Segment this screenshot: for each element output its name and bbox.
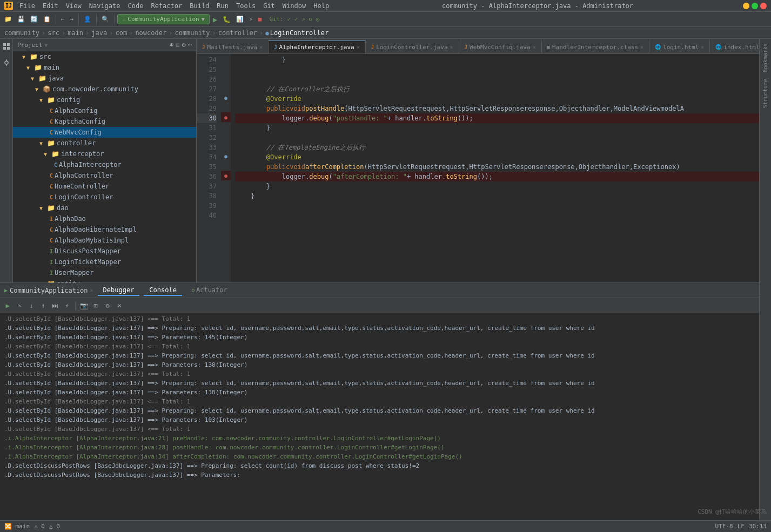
tree-item-homecontroller[interactable]: C HomeController (13, 181, 196, 192)
menu-run[interactable]: Run (213, 1, 232, 11)
coverage-btn[interactable]: 📊 (234, 15, 246, 24)
tab-close-webmvcconfig[interactable]: × (533, 44, 536, 50)
breadcrumb-logincontroller[interactable]: ●LoginController (265, 29, 328, 37)
tree-item-java[interactable]: ▼ 📁 java (13, 73, 196, 84)
breadcrumb-java[interactable]: java (91, 29, 107, 37)
menu-code[interactable]: Code (125, 1, 147, 11)
debug-tab-actuator[interactable]: ⚙Actuator (186, 285, 233, 296)
tab-logincontroller[interactable]: J LoginController.java × (366, 41, 459, 53)
tree-item-usermapper[interactable]: I UserMapper (13, 267, 196, 278)
menu-refactor[interactable]: Refactor (148, 1, 185, 11)
menu-edit[interactable]: Edit (39, 1, 62, 11)
menu-navigate[interactable]: Navigate (86, 1, 124, 11)
breadcrumb-src[interactable]: src (48, 29, 59, 37)
tree-item-config[interactable]: ▼ 📁 config (13, 95, 196, 105)
tab-close-logincontroller[interactable]: × (450, 44, 453, 50)
debug-tab-console[interactable]: Console (144, 285, 182, 296)
debug-btn-run-cursor[interactable]: ⏭ (50, 300, 61, 311)
tree-item-alphadao[interactable]: I AlphaDao (13, 213, 196, 224)
debug-btn-close[interactable]: × (114, 300, 125, 311)
breadcrumb-nowcoder[interactable]: nowcoder (135, 29, 166, 37)
status-git[interactable]: 🔀 main (4, 523, 30, 530)
tab-close-loginhtml[interactable]: × (701, 44, 704, 50)
menu-view[interactable]: View (63, 1, 85, 11)
tree-item-alphadaomybatis[interactable]: C AlphaDaoMybatisImpl (13, 235, 196, 246)
tab-webmvcconfig[interactable]: J WebMvcConfig.java × (459, 41, 542, 53)
status-line-ending[interactable]: LF (738, 523, 745, 530)
tree-item-entity[interactable]: ▶ 📁 entity (13, 278, 196, 282)
sidebar-commit-icon[interactable] (1, 57, 12, 68)
project-collapse-icon[interactable]: ≡ (176, 41, 179, 49)
tab-handlerinterceptor[interactable]: ⊞ HandlerInterceptor.class × (542, 41, 649, 53)
stop-btn[interactable]: ■ (256, 15, 264, 24)
debug-tab-debugger[interactable]: Debugger (98, 285, 140, 296)
tab-close-handlerinterceptor[interactable]: × (640, 44, 643, 50)
gutter-36[interactable]: ● (221, 171, 231, 180)
debug-btn-step-over[interactable]: ↷ (14, 300, 25, 311)
tree-item-alphaconfig[interactable]: C AlphaConfig (13, 105, 196, 116)
toolbar-save[interactable]: 💾 (15, 15, 27, 24)
menu-file[interactable]: File (16, 1, 38, 11)
debug-btn-camera[interactable]: 📷 (78, 300, 89, 311)
tab-loginhtml[interactable]: 🌐 login.html × (649, 41, 710, 53)
status-warnings[interactable]: △ 0 (49, 523, 60, 530)
tree-item-main[interactable]: ▼ 📁 main (13, 62, 196, 73)
sidebar-project-icon[interactable] (1, 41, 12, 52)
project-locate-icon[interactable]: ⊕ (170, 41, 173, 49)
run-configuration[interactable]: ☕ CommunityApplication ▼ (117, 14, 210, 24)
minimize-btn[interactable] (743, 3, 749, 9)
toolbar-search[interactable]: 🔍 (99, 15, 111, 24)
tab-mailtests[interactable]: J MailTests.java × (197, 41, 269, 53)
breadcrumb-controller[interactable]: controller (218, 29, 257, 37)
tree-item-src[interactable]: ▼ 📁 src (13, 51, 196, 62)
breadcrumb-com[interactable]: com (115, 29, 127, 37)
breadcrumb-community2[interactable]: community (175, 29, 210, 37)
debug-btn-settings[interactable]: ⚙ (102, 300, 113, 311)
debug-btn-step-into[interactable]: ↓ (26, 300, 37, 311)
profile-btn[interactable]: ⚡ (247, 15, 255, 24)
tree-item-loginticketermapper[interactable]: I LoginTicketMapper (13, 257, 196, 267)
breadcrumb-community[interactable]: community (4, 29, 39, 37)
editor-area[interactable]: 24 25 26 27 28 29 30 31 32 33 34 35 36 3… (197, 54, 771, 282)
tree-item-package[interactable]: ▼ 📦 com.nowcoder.community (13, 84, 196, 95)
run-btn[interactable]: ▶ (211, 14, 219, 25)
tree-item-alphacontroller[interactable]: C AlphaController (13, 170, 196, 181)
tree-item-alphadaohibernate[interactable]: C AlphaDaoHibernateImpl (13, 224, 196, 235)
tab-alphainterceptor[interactable]: J AlphaInterceptor.java × (269, 41, 366, 53)
sidebar-structure-label[interactable]: Structure (761, 77, 769, 110)
toolbar-forward[interactable]: → (68, 15, 76, 24)
menu-build[interactable]: Build (186, 1, 212, 11)
debug-content[interactable]: .U.selectById [BaseJdbcLogger.java:137] … (0, 313, 771, 520)
debug-btn-resume[interactable]: ▶ (2, 300, 13, 311)
close-btn[interactable] (760, 3, 767, 9)
debug-close-icon[interactable]: × (90, 287, 93, 293)
tree-item-discusspostmapper[interactable]: I DiscussPostMapper (13, 246, 196, 257)
menu-window[interactable]: Window (279, 1, 309, 11)
tree-item-alphainteceptor[interactable]: C AlphaInterceptor (13, 159, 196, 170)
tree-item-interceptor[interactable]: ▼ 📁 interceptor (13, 149, 196, 159)
menu-git[interactable]: Git (260, 1, 278, 11)
tab-close-mailtests[interactable]: × (259, 44, 263, 50)
menu-help[interactable]: Help (310, 1, 332, 11)
toolbar-open[interactable]: 📁 (2, 15, 14, 24)
debug-btn-step-out[interactable]: ↑ (38, 300, 49, 311)
toolbar-sync[interactable]: 🔄 (28, 15, 40, 24)
sidebar-bookmarks-label[interactable]: Bookmarks (761, 41, 769, 75)
toolbar-back[interactable]: ← (59, 15, 67, 24)
tree-item-dao[interactable]: ▼ 📁 dao (13, 203, 196, 213)
debug-btn-layout[interactable]: ⊞ (90, 300, 101, 311)
code-content[interactable]: } // 在Controller之后执行 @Override public vo… (231, 54, 765, 282)
tree-item-logincontroller[interactable]: C LoginController (13, 192, 196, 203)
debug-btn-evaluate[interactable]: ⚡ (62, 300, 72, 311)
breadcrumb-main[interactable]: main (68, 29, 83, 37)
toolbar-user[interactable]: 👤 (82, 15, 93, 24)
project-gear-icon[interactable]: ⋯ (188, 41, 192, 49)
status-encoding[interactable]: UTF-8 (715, 523, 733, 530)
tree-item-kaptchaconfig[interactable]: C KaptchaConfig (13, 116, 196, 127)
tree-item-webmvcconfig[interactable]: C WebMvcConfig (13, 127, 196, 138)
tab-close-alphainterceptor[interactable]: × (357, 44, 360, 50)
status-problems[interactable]: ⚠ 0 (34, 523, 45, 530)
maximize-btn[interactable] (752, 3, 758, 9)
gutter-30[interactable]: ● (221, 112, 231, 122)
menu-tools[interactable]: Tools (233, 1, 259, 11)
